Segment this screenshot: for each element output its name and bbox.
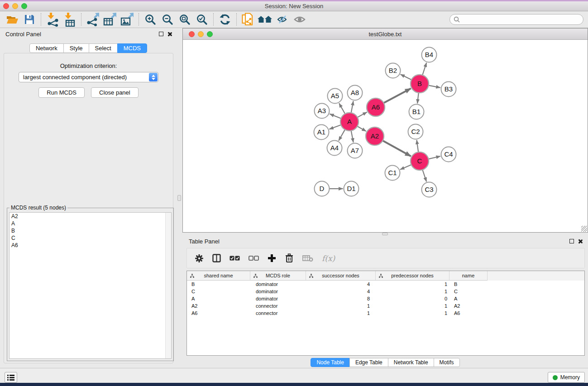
optimization-select[interactable]: largest connected component (directed) <box>19 72 158 82</box>
window-resize-grip[interactable] <box>581 226 587 232</box>
result-list-item[interactable]: A2 <box>10 213 171 220</box>
column-header-shared-name[interactable]: shared name <box>187 271 250 281</box>
first-neighbors-button[interactable] <box>257 12 274 27</box>
graph-node-A[interactable]: A <box>340 113 359 131</box>
graph-node-D[interactable]: D <box>315 181 330 196</box>
result-scrollbar[interactable] <box>165 213 171 358</box>
graph-node-A5[interactable]: A5 <box>328 89 343 104</box>
graph-edge-A-A7[interactable] <box>351 131 354 143</box>
table-row[interactable]: Bdominator41B <box>187 281 584 288</box>
graph-edge-C-C1[interactable] <box>400 165 411 170</box>
close-window-button[interactable] <box>3 3 9 9</box>
save-session-button[interactable] <box>21 12 38 27</box>
show-columns-button[interactable] <box>212 254 221 262</box>
result-list-item[interactable]: A <box>10 220 171 227</box>
table-settings-button[interactable] <box>195 254 204 263</box>
graph-node-A1[interactable]: A1 <box>314 125 329 140</box>
graph-edge-A-A6[interactable] <box>358 112 367 118</box>
import-table-button[interactable] <box>61 12 78 27</box>
result-list-item[interactable]: B <box>10 227 171 234</box>
graph-edge-A2-C[interactable] <box>382 141 411 157</box>
graph-node-A6[interactable]: A6 <box>367 98 385 116</box>
graph-edge-C-C3[interactable] <box>422 170 426 181</box>
graph-edge-B-B4[interactable] <box>422 63 426 75</box>
minimize-window-button[interactable] <box>12 3 18 9</box>
graph-edge-C-C2[interactable] <box>417 140 419 152</box>
graph-node-C2[interactable]: C2 <box>408 124 423 139</box>
refresh-button[interactable] <box>216 12 234 27</box>
network-minimize-button[interactable] <box>198 31 204 37</box>
close-panel-button[interactable]: Close panel <box>91 87 139 98</box>
zoom-selected-button[interactable] <box>193 12 210 27</box>
graph-node-A7[interactable]: A7 <box>348 143 363 158</box>
export-network-button[interactable] <box>84 12 101 27</box>
graph-edge-B-B2[interactable] <box>401 74 411 80</box>
graph-edge-A-A3[interactable] <box>330 114 341 119</box>
graph-edge-B-B1[interactable] <box>417 93 419 104</box>
column-header-predecessor-nodes[interactable]: predecessor nodes <box>376 271 449 281</box>
graph-node-B1[interactable]: B1 <box>409 105 424 119</box>
splitter-handle[interactable] <box>177 195 181 201</box>
graph-node-C3[interactable]: C3 <box>422 182 437 197</box>
graph-node-B2[interactable]: B2 <box>386 63 401 78</box>
table-row[interactable]: A6connector11A6 <box>187 310 584 317</box>
result-list-item[interactable]: A6 <box>10 242 171 249</box>
graph-edge-A-A4[interactable] <box>339 129 345 141</box>
search-field[interactable] <box>449 14 583 25</box>
graph-edge-A-A5[interactable] <box>339 103 345 114</box>
table-row[interactable]: Cdominator41C <box>187 288 584 295</box>
function-builder-button[interactable]: f(x) <box>322 254 335 263</box>
network-window-titlebar[interactable]: testGlobe.txt <box>183 29 588 40</box>
import-network-button[interactable] <box>44 12 61 27</box>
graph-edge-B-B3[interactable] <box>429 86 440 88</box>
graph-edge-A-A2[interactable] <box>357 126 366 131</box>
graph-edge-A6-B[interactable] <box>384 88 411 103</box>
graph-node-A3[interactable]: A3 <box>315 104 330 119</box>
delete-table-button[interactable] <box>302 255 313 262</box>
graph-edge-A-A8[interactable] <box>351 101 354 113</box>
vertical-splitter[interactable] <box>177 28 182 368</box>
export-image-button[interactable] <box>119 12 136 27</box>
network-zoom-button[interactable] <box>207 31 213 37</box>
delete-column-button[interactable] <box>285 253 294 263</box>
tab-select[interactable]: Select <box>89 43 118 53</box>
tab-edge-table[interactable]: Edge Table <box>349 358 388 367</box>
graph-node-A2[interactable]: A2 <box>366 127 384 145</box>
new-network-from-selection-button[interactable] <box>239 12 257 27</box>
graph-edge-A-A1[interactable] <box>329 125 341 129</box>
column-header-name[interactable]: name <box>449 271 488 281</box>
close-panel-icon[interactable] <box>167 32 172 37</box>
graph-node-A8[interactable]: A8 <box>348 86 363 100</box>
zoom-out-button[interactable] <box>159 12 176 27</box>
task-history-button[interactable] <box>5 372 17 383</box>
show-all-button[interactable] <box>291 12 308 27</box>
tab-node-table[interactable]: Node Table <box>311 358 350 367</box>
open-session-button[interactable] <box>4 12 21 27</box>
graph-node-C1[interactable]: C1 <box>385 166 400 181</box>
float-panel-icon[interactable] <box>159 32 163 36</box>
table-row[interactable]: Adominator80A <box>187 295 584 302</box>
graph-node-A4[interactable]: A4 <box>327 141 342 156</box>
network-graph[interactable]: B4B2BB3A8A5A6A3B1AA1C2A2A4A7C4CC1DD1C3 <box>183 40 588 232</box>
graph-edge-C-C4[interactable] <box>428 156 440 159</box>
memory-button[interactable]: Memory <box>548 372 585 383</box>
float-panel-icon[interactable] <box>569 239 574 243</box>
zoom-window-button[interactable] <box>21 3 27 9</box>
network-canvas[interactable]: B4B2BB3A8A5A6A3B1AA1C2A2A4A7C4CC1DD1C3 <box>183 40 588 232</box>
graph-node-B[interactable]: B <box>411 75 429 93</box>
table-row[interactable]: A2connector11A2 <box>187 302 584 310</box>
close-panel-icon[interactable] <box>578 239 583 244</box>
run-mcds-button[interactable]: Run MCDS <box>38 87 85 98</box>
tab-motifs[interactable]: Motifs <box>434 358 460 367</box>
graph-node-C4[interactable]: C4 <box>441 147 456 162</box>
graph-node-D1[interactable]: D1 <box>344 181 359 196</box>
tab-mcds[interactable]: MCDS <box>117 43 147 53</box>
tab-style[interactable]: Style <box>63 43 89 53</box>
tab-network[interactable]: Network <box>29 43 64 53</box>
zoom-fit-button[interactable] <box>176 12 193 27</box>
tab-network-table[interactable]: Network Table <box>388 358 434 367</box>
add-column-button[interactable] <box>268 254 276 262</box>
select-all-button[interactable] <box>229 256 240 261</box>
network-close-button[interactable] <box>189 31 195 37</box>
deselect-all-button[interactable] <box>249 256 259 261</box>
